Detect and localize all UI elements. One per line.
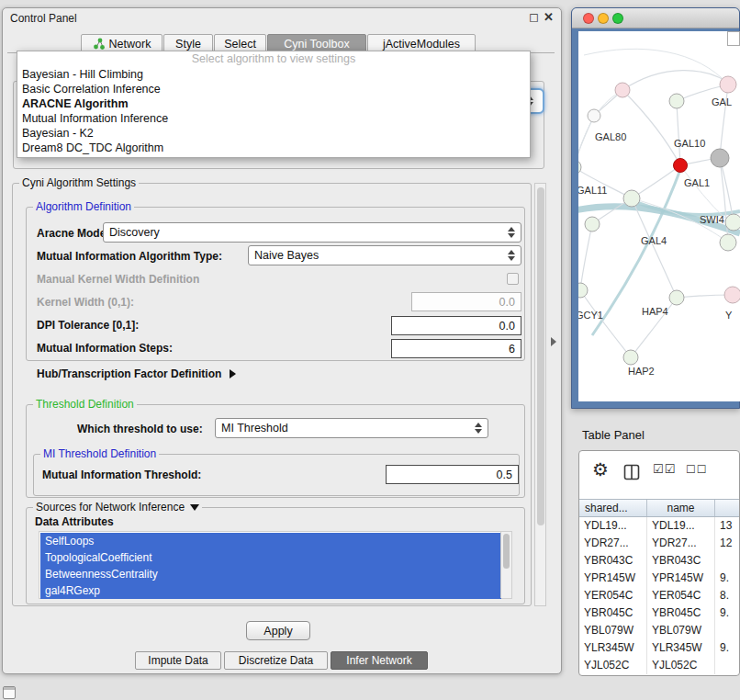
close-icon[interactable]: ✕ (544, 10, 554, 24)
menu-item-selected[interactable]: ARACNE Algorithm (17, 96, 530, 111)
network-node[interactable] (720, 76, 736, 93)
cell[interactable]: YLR345W (579, 639, 647, 657)
dpi-tolerance-field[interactable]: 0.0 (391, 316, 521, 335)
cell[interactable] (715, 622, 739, 639)
network-node[interactable] (578, 283, 588, 298)
gear-icon[interactable]: ⚙ (592, 458, 609, 480)
menu-item[interactable]: Mutual Information Inference (17, 111, 530, 126)
cell[interactable]: YBR043C (579, 552, 647, 570)
table-row[interactable]: YDL19... YDL19... 13 (579, 517, 739, 535)
network-node-gal10[interactable] (674, 159, 688, 173)
cell[interactable]: 12 (715, 535, 739, 552)
scrollbar-thumb[interactable] (537, 187, 544, 525)
bottom-tab-impute-data[interactable]: Impute Data (135, 651, 221, 670)
cell[interactable]: YBR045C (647, 604, 715, 622)
panel-splitter-arrow-icon[interactable] (551, 337, 556, 346)
cell[interactable] (715, 552, 739, 570)
cell[interactable]: YPR145W (647, 570, 715, 587)
network-node[interactable] (615, 83, 630, 97)
table-row[interactable]: YLR345W YLR345W 9. (579, 639, 739, 657)
canvas-corner-widget[interactable] (727, 31, 740, 46)
table-row[interactable]: YPR145W YPR145W 9. (579, 570, 739, 587)
network-node[interactable] (623, 190, 640, 207)
cell[interactable]: YPR145W (579, 570, 647, 587)
cell[interactable]: YDR27... (647, 535, 715, 552)
column-header-shared-name[interactable]: shared... (579, 500, 647, 516)
network-window-titlebar[interactable] (572, 8, 739, 28)
mi-threshold-field[interactable]: 0.5 (386, 465, 519, 484)
network-node[interactable] (585, 217, 600, 231)
network-canvas[interactable]: GAL GAL80 GAL10 GAL11 GAL1 SWI4 GAL4 GCY… (578, 31, 740, 401)
cell[interactable]: YLR345W (647, 639, 715, 657)
columns-icon[interactable] (623, 464, 640, 480)
settings-scrollbar[interactable] (534, 183, 546, 606)
cell[interactable]: 9. (715, 570, 739, 587)
clear-checkboxes-icon[interactable]: ☐☐ (686, 463, 708, 476)
table-row[interactable]: YER054C YER054C 8. (579, 587, 739, 604)
menu-item[interactable]: Bayesian - Hill Climbing (17, 67, 530, 82)
column-header-partial[interactable] (715, 500, 739, 516)
cell[interactable]: YDL19... (647, 517, 715, 535)
table-row[interactable]: YBR045C YBR045C 9. (579, 604, 739, 622)
select-all-checkboxes-icon[interactable]: ☑☑ (653, 462, 676, 476)
chevron-updown-icon (508, 227, 515, 238)
table-row[interactable]: YBL079W YBL079W (579, 622, 739, 639)
apply-button[interactable]: Apply (246, 621, 310, 640)
which-threshold-select[interactable]: MI Threshold (215, 418, 488, 438)
cell[interactable]: YDL19... (579, 517, 647, 535)
bottom-tab-infer-network[interactable]: Infer Network (331, 651, 428, 670)
menu-item[interactable]: Bayesian - K2 (17, 126, 530, 141)
selected-value: Discovery (109, 226, 160, 239)
list-item-selected[interactable]: BetweennessCentrality (40, 566, 501, 582)
network-node[interactable] (725, 214, 740, 231)
cell[interactable]: YBL079W (647, 622, 715, 639)
list-item-selected[interactable]: TopologicalCoefficient (40, 549, 501, 566)
network-node[interactable] (669, 290, 684, 305)
network-node[interactable] (720, 234, 736, 251)
network-node[interactable] (669, 94, 684, 108)
network-node[interactable] (588, 109, 600, 122)
mi-type-select[interactable]: Naive Bayes (248, 245, 521, 265)
cell[interactable]: YBL079W (579, 622, 647, 639)
list-item-selected[interactable]: gal4RGexp (40, 582, 501, 599)
window-title: Control Panel (10, 12, 77, 25)
table-row[interactable]: YJL052C YJL052C (579, 657, 739, 674)
cell[interactable]: YDR27... (579, 535, 647, 552)
cell[interactable]: 9. (715, 604, 739, 622)
sources-toggle[interactable]: Sources for Network Inference (33, 501, 202, 514)
cell[interactable]: YBR043C (647, 552, 715, 570)
node-label: GAL10 (674, 138, 705, 149)
close-traffic-light[interactable] (583, 13, 594, 24)
cell[interactable]: 8. (715, 587, 739, 604)
hub-section-toggle[interactable]: Hub/Transcription Factor Definition (37, 367, 236, 380)
table-row[interactable]: YDR27... YDR27... 12 (579, 535, 739, 552)
cell[interactable] (715, 657, 739, 674)
zoom-traffic-light[interactable] (612, 13, 623, 24)
listbox-scrollbar[interactable] (500, 532, 511, 598)
menu-item[interactable]: Basic Correlation Inference (17, 82, 530, 96)
bottom-tab-discretize-data[interactable]: Discretize Data (224, 651, 328, 670)
network-node[interactable] (623, 350, 638, 365)
minimized-panel-icon[interactable] (3, 686, 16, 699)
network-node[interactable] (578, 160, 581, 175)
menu-item[interactable]: Dream8 DC_TDC Algorithm (17, 141, 530, 155)
scrollbar-thumb[interactable] (503, 534, 510, 569)
table-row[interactable]: YBR043C YBR043C (579, 552, 739, 570)
list-item-selected[interactable]: SelfLoops (40, 533, 501, 549)
cell[interactable]: YBR045C (579, 604, 647, 622)
minimize-icon[interactable]: ◻ (529, 10, 539, 24)
attributes-listbox[interactable]: SelfLoops TopologicalCoefficient Between… (39, 531, 512, 599)
cell[interactable]: 9. (715, 639, 739, 657)
cell[interactable]: 13 (715, 517, 739, 535)
mi-steps-field[interactable]: 6 (391, 339, 521, 358)
cell[interactable]: YJL052C (579, 657, 647, 674)
network-node[interactable] (724, 287, 740, 303)
minimize-traffic-light[interactable] (598, 13, 609, 24)
chevron-updown-icon (475, 423, 482, 434)
cell[interactable]: YER054C (647, 587, 715, 604)
cell[interactable]: YER054C (579, 587, 647, 604)
aracne-mode-select[interactable]: Discovery (103, 222, 521, 243)
column-header-name[interactable]: name (647, 500, 715, 516)
cell[interactable]: YJL052C (647, 657, 715, 674)
network-node[interactable] (711, 149, 729, 167)
